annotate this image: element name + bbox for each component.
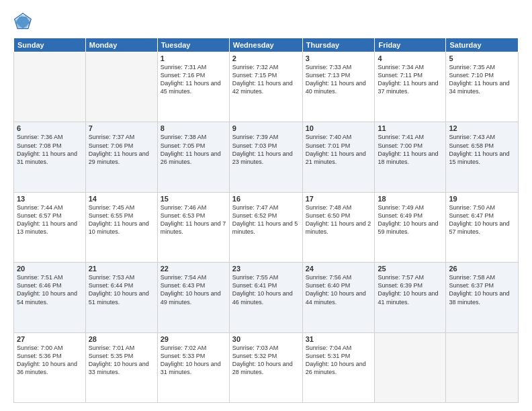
day-detail: Sunrise: 7:50 AMSunset: 6:47 PMDaylight:… [449,203,515,236]
day-number: 26 [449,265,515,273]
day-detail: Sunrise: 7:49 AMSunset: 6:49 PMDaylight:… [378,203,443,236]
day-number: 24 [306,265,372,273]
table-row [375,332,446,402]
day-detail: Sunrise: 7:40 AMSunset: 7:01 PMDaylight:… [306,133,372,166]
calendar-week-row: 1Sunrise: 7:31 AMSunset: 7:16 PMDaylight… [14,52,519,122]
calendar-week-row: 20Sunrise: 7:51 AMSunset: 6:46 PMDayligh… [14,263,519,332]
table-row [446,332,519,402]
table-row: 22Sunrise: 7:54 AMSunset: 6:43 PMDayligh… [157,263,229,332]
table-row: 14Sunrise: 7:45 AMSunset: 6:55 PMDayligh… [85,192,157,262]
day-number: 7 [89,124,154,132]
day-detail: Sunrise: 7:41 AMSunset: 7:00 PMDaylight:… [378,133,443,166]
page: Sunday Monday Tuesday Wednesday Thursday… [0,0,532,411]
day-detail: Sunrise: 7:34 AMSunset: 7:11 PMDaylight:… [378,63,443,96]
day-detail: Sunrise: 7:53 AMSunset: 6:44 PMDaylight:… [89,273,154,306]
table-row: 15Sunrise: 7:46 AMSunset: 6:53 PMDayligh… [157,192,229,262]
table-row: 10Sunrise: 7:40 AMSunset: 7:01 PMDayligh… [302,122,375,192]
day-detail: Sunrise: 7:48 AMSunset: 6:50 PMDaylight:… [306,203,372,236]
day-number: 9 [232,124,300,132]
day-number: 19 [449,195,515,203]
calendar-week-row: 27Sunrise: 7:00 AMSunset: 5:36 PMDayligh… [14,332,519,402]
day-detail: Sunrise: 7:02 AMSunset: 5:33 PMDaylight:… [161,344,226,377]
calendar-week-row: 13Sunrise: 7:44 AMSunset: 6:57 PMDayligh… [14,192,519,262]
table-row: 7Sunrise: 7:37 AMSunset: 7:06 PMDaylight… [85,122,157,192]
day-detail: Sunrise: 7:57 AMSunset: 6:39 PMDaylight:… [378,273,443,306]
table-row: 30Sunrise: 7:03 AMSunset: 5:32 PMDayligh… [229,332,302,402]
day-number: 18 [378,195,443,203]
day-number: 22 [161,265,226,273]
day-number: 23 [232,265,300,273]
table-row: 29Sunrise: 7:02 AMSunset: 5:33 PMDayligh… [157,332,229,402]
col-tuesday: Tuesday [157,38,229,52]
table-row: 27Sunrise: 7:00 AMSunset: 5:36 PMDayligh… [14,332,86,402]
day-detail: Sunrise: 7:45 AMSunset: 6:55 PMDaylight:… [89,203,154,236]
day-detail: Sunrise: 7:00 AMSunset: 5:36 PMDaylight:… [17,344,83,377]
day-number: 16 [232,195,300,203]
header [13,12,519,31]
day-detail: Sunrise: 7:01 AMSunset: 5:35 PMDaylight:… [89,344,154,377]
day-number: 27 [17,335,83,343]
day-number: 21 [89,265,154,273]
col-monday: Monday [85,38,157,52]
day-number: 14 [89,195,154,203]
day-detail: Sunrise: 7:56 AMSunset: 6:40 PMDaylight:… [306,273,372,306]
table-row: 13Sunrise: 7:44 AMSunset: 6:57 PMDayligh… [14,192,86,262]
day-number: 25 [378,265,443,273]
table-row: 9Sunrise: 7:39 AMSunset: 7:03 PMDaylight… [229,122,302,192]
col-thursday: Thursday [302,38,375,52]
table-row: 26Sunrise: 7:58 AMSunset: 6:37 PMDayligh… [446,263,519,332]
table-row: 3Sunrise: 7:33 AMSunset: 7:13 PMDaylight… [302,52,375,122]
day-number: 2 [232,54,300,62]
day-number: 11 [378,124,443,132]
day-detail: Sunrise: 7:47 AMSunset: 6:52 PMDaylight:… [232,203,300,236]
table-row: 25Sunrise: 7:57 AMSunset: 6:39 PMDayligh… [375,263,446,332]
day-number: 5 [449,54,515,62]
day-number: 15 [161,195,226,203]
day-detail: Sunrise: 7:35 AMSunset: 7:10 PMDaylight:… [449,63,515,96]
day-detail: Sunrise: 7:43 AMSunset: 6:58 PMDaylight:… [449,133,515,166]
day-detail: Sunrise: 7:36 AMSunset: 7:08 PMDaylight:… [17,133,83,166]
col-sunday: Sunday [14,38,86,52]
day-detail: Sunrise: 7:38 AMSunset: 7:05 PMDaylight:… [161,133,226,166]
table-row: 20Sunrise: 7:51 AMSunset: 6:46 PMDayligh… [14,263,86,332]
day-number: 3 [306,54,372,62]
logo-icon [13,12,32,31]
day-detail: Sunrise: 7:04 AMSunset: 5:31 PMDaylight:… [306,344,372,377]
day-detail: Sunrise: 7:55 AMSunset: 6:41 PMDaylight:… [232,273,300,306]
table-row: 28Sunrise: 7:01 AMSunset: 5:35 PMDayligh… [85,332,157,402]
col-wednesday: Wednesday [229,38,302,52]
day-number: 10 [306,124,372,132]
day-number: 4 [378,54,443,62]
col-saturday: Saturday [446,38,519,52]
logo [13,12,35,31]
table-row: 21Sunrise: 7:53 AMSunset: 6:44 PMDayligh… [85,263,157,332]
table-row: 16Sunrise: 7:47 AMSunset: 6:52 PMDayligh… [229,192,302,262]
table-row: 11Sunrise: 7:41 AMSunset: 7:00 PMDayligh… [375,122,446,192]
table-row: 5Sunrise: 7:35 AMSunset: 7:10 PMDaylight… [446,52,519,122]
day-number: 12 [449,124,515,132]
day-detail: Sunrise: 7:37 AMSunset: 7:06 PMDaylight:… [89,133,154,166]
calendar-table: Sunday Monday Tuesday Wednesday Thursday… [13,38,519,403]
table-row: 31Sunrise: 7:04 AMSunset: 5:31 PMDayligh… [302,332,375,402]
table-row [14,52,86,122]
day-detail: Sunrise: 7:58 AMSunset: 6:37 PMDaylight:… [449,273,515,306]
calendar-week-row: 6Sunrise: 7:36 AMSunset: 7:08 PMDaylight… [14,122,519,192]
day-number: 13 [17,195,83,203]
day-number: 1 [161,54,226,62]
day-detail: Sunrise: 7:51 AMSunset: 6:46 PMDaylight:… [17,273,83,306]
day-detail: Sunrise: 7:44 AMSunset: 6:57 PMDaylight:… [17,203,83,236]
calendar-header-row: Sunday Monday Tuesday Wednesday Thursday… [14,38,519,52]
table-row: 1Sunrise: 7:31 AMSunset: 7:16 PMDaylight… [157,52,229,122]
day-number: 20 [17,265,83,273]
table-row: 18Sunrise: 7:49 AMSunset: 6:49 PMDayligh… [375,192,446,262]
day-detail: Sunrise: 7:33 AMSunset: 7:13 PMDaylight:… [306,63,372,96]
day-number: 6 [17,124,83,132]
day-number: 8 [161,124,226,132]
day-detail: Sunrise: 7:39 AMSunset: 7:03 PMDaylight:… [232,133,300,166]
day-number: 28 [89,335,154,343]
table-row: 17Sunrise: 7:48 AMSunset: 6:50 PMDayligh… [302,192,375,262]
table-row: 23Sunrise: 7:55 AMSunset: 6:41 PMDayligh… [229,263,302,332]
day-number: 30 [232,335,300,343]
table-row: 6Sunrise: 7:36 AMSunset: 7:08 PMDaylight… [14,122,86,192]
day-number: 31 [306,335,372,343]
